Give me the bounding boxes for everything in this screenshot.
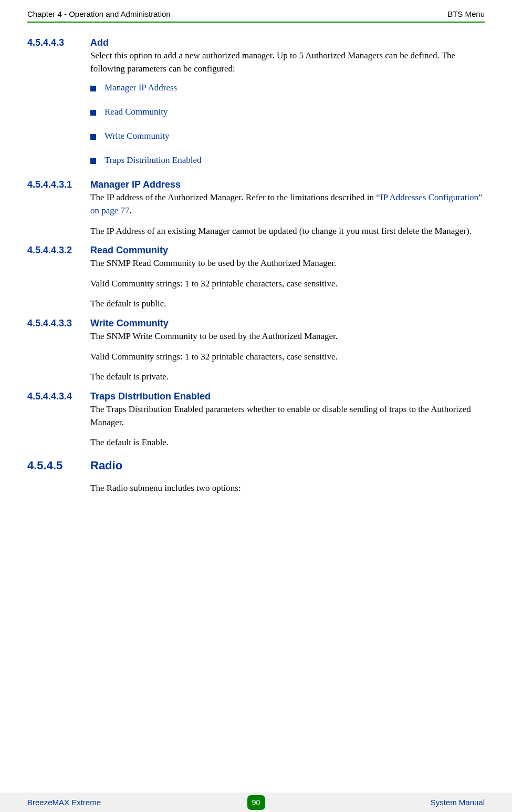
section-body: Select this option to add a new authoriz… xyxy=(90,49,485,166)
section-manager-ip: 4.5.4.4.3.1 Manager IP Address The IP ad… xyxy=(27,179,485,238)
section-title: Radio xyxy=(90,459,122,472)
section-number: 4.5.4.4.3.2 xyxy=(27,245,90,256)
header-right: BTS Menu xyxy=(447,9,485,18)
section-body: The SNMP Read Community to be used by th… xyxy=(90,257,485,311)
section-body: The SNMP Write Community to be used by t… xyxy=(90,330,485,384)
bullet-label: Manager IP Address xyxy=(105,83,177,93)
bullet-label: Traps Distribution Enabled xyxy=(105,155,201,166)
bullet-label: Read Community xyxy=(105,107,168,117)
list-item: Read Community xyxy=(90,107,485,117)
section-body: The Radio submenu includes two options: xyxy=(90,482,485,495)
section-number: 4.5.4.5 xyxy=(27,459,90,472)
page-content: 4.5.4.4.3 Add Select this option to add … xyxy=(0,37,512,495)
square-bullet-icon xyxy=(90,110,96,116)
section-number: 4.5.4.4.3.3 xyxy=(27,318,90,329)
section-title: Write Community xyxy=(90,318,169,329)
paragraph: The IP address of the Authorized Manager… xyxy=(90,191,485,217)
text-run: . xyxy=(130,205,132,215)
footer-left: BreezeMAX Extreme xyxy=(27,798,101,807)
paragraph: The default is public. xyxy=(90,297,485,311)
section-write-community: 4.5.4.4.3.3 Write Community The SNMP Wri… xyxy=(27,318,485,384)
section-heading: 4.5.4.4.3.3 Write Community xyxy=(27,318,485,329)
section-heading: 4.5.4.4.3 Add xyxy=(27,37,485,48)
section-read-community: 4.5.4.4.3.2 Read Community The SNMP Read… xyxy=(27,245,485,311)
paragraph: The default is private. xyxy=(90,371,485,384)
section-number: 4.5.4.4.3.4 xyxy=(27,391,90,402)
paragraph: The SNMP Read Community to be used by th… xyxy=(90,257,485,270)
section-title: Read Community xyxy=(90,245,168,256)
section-add: 4.5.4.4.3 Add Select this option to add … xyxy=(27,37,485,166)
paragraph: The default is Enable. xyxy=(90,436,485,449)
header-rule xyxy=(27,22,485,23)
section-body: The IP address of the Authorized Manager… xyxy=(90,191,485,238)
paragraph: Valid Community strings: 1 to 32 printab… xyxy=(90,351,485,364)
section-number: 4.5.4.4.3.1 xyxy=(27,179,90,190)
square-bullet-icon xyxy=(90,134,96,140)
section-heading: 4.5.4.4.3.1 Manager IP Address xyxy=(27,179,485,190)
section-heading: 4.5.4.5 Radio xyxy=(27,459,485,472)
bullet-list: Manager IP Address Read Community Write … xyxy=(90,83,485,166)
paragraph: The Traps Distribution Enabled parameter… xyxy=(90,403,485,429)
bullet-label: Write Community xyxy=(105,131,170,141)
section-title: Manager IP Address xyxy=(90,179,181,190)
paragraph: The SNMP Write Community to be used by t… xyxy=(90,330,485,343)
page-footer: BreezeMAX Extreme 90 System Manual xyxy=(0,793,512,812)
section-title: Traps Distribution Enabled xyxy=(90,391,211,402)
section-heading: 4.5.4.4.3.4 Traps Distribution Enabled xyxy=(27,391,485,402)
text-run: The IP address of the Authorized Manager… xyxy=(90,192,376,202)
paragraph: Select this option to add a new authoriz… xyxy=(90,49,485,75)
paragraph: Valid Community strings: 1 to 32 printab… xyxy=(90,277,485,291)
paragraph: The IP Address of an existing Manager ca… xyxy=(90,225,485,238)
section-heading: 4.5.4.4.3.2 Read Community xyxy=(27,245,485,256)
list-item: Write Community xyxy=(90,131,485,141)
section-traps-distribution: 4.5.4.4.3.4 Traps Distribution Enabled T… xyxy=(27,391,485,449)
footer-right: System Manual xyxy=(431,798,485,807)
section-number: 4.5.4.4.3 xyxy=(27,37,90,48)
list-item: Traps Distribution Enabled xyxy=(90,155,485,166)
list-item: Manager IP Address xyxy=(90,83,485,93)
section-radio: 4.5.4.5 Radio The Radio submenu includes… xyxy=(27,459,485,495)
paragraph: The Radio submenu includes two options: xyxy=(90,482,485,495)
page-header: Chapter 4 - Operation and Administration… xyxy=(0,0,512,22)
section-title: Add xyxy=(90,37,109,48)
page-number-badge: 90 xyxy=(247,795,265,810)
square-bullet-icon xyxy=(90,86,96,91)
square-bullet-icon xyxy=(90,158,96,164)
header-left: Chapter 4 - Operation and Administration xyxy=(27,9,171,18)
section-body: The Traps Distribution Enabled parameter… xyxy=(90,403,485,449)
